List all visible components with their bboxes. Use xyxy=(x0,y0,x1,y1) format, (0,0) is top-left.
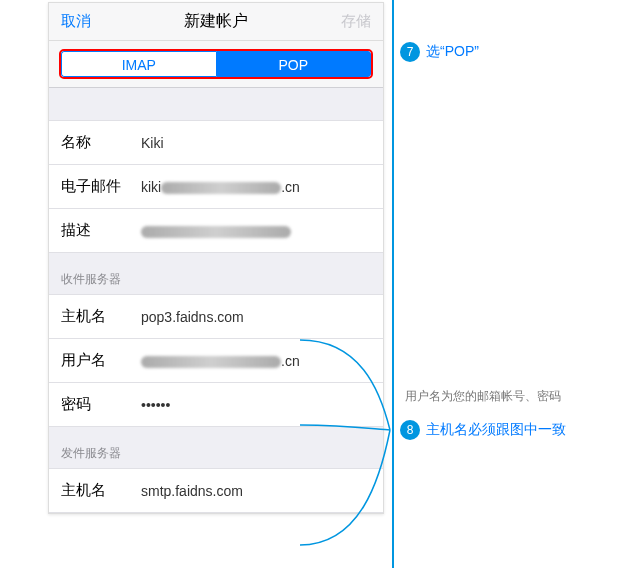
callout-bubble-7: 7 xyxy=(400,42,420,62)
name-label: 名称 xyxy=(61,133,141,152)
username-label: 用户名 xyxy=(61,351,141,370)
vertical-guide-line xyxy=(392,0,394,568)
nav-bar: 取消 新建帐户 存储 xyxy=(49,3,383,41)
segmented-wrap: IMAP POP xyxy=(49,41,383,88)
row-username[interactable]: 用户名 .cn xyxy=(49,338,383,382)
email-prefix: kiki xyxy=(141,179,161,195)
redaction-smudge xyxy=(161,182,281,194)
callout-text-8: 主机名必须跟图中一致 xyxy=(426,421,566,439)
email-value: kiki.cn xyxy=(141,179,371,195)
row-name[interactable]: 名称 Kiki xyxy=(49,120,383,164)
outgoing-group: 主机名 smtp.faidns.com xyxy=(49,468,383,513)
username-value: .cn xyxy=(141,353,371,369)
spacer xyxy=(49,88,383,120)
host-value: pop3.faidns.com xyxy=(141,309,371,325)
incoming-header: 收件服务器 xyxy=(49,253,383,294)
tab-imap[interactable]: IMAP xyxy=(61,51,216,77)
description-value xyxy=(141,223,371,239)
password-label: 密码 xyxy=(61,395,141,414)
row-incoming-host[interactable]: 主机名 pop3.faidns.com xyxy=(49,294,383,338)
description-label: 描述 xyxy=(61,221,141,240)
row-outgoing-host[interactable]: 主机名 smtp.faidns.com xyxy=(49,468,383,513)
redaction-smudge xyxy=(141,226,291,238)
host-label: 主机名 xyxy=(61,307,141,326)
row-password[interactable]: 密码 •••••• xyxy=(49,382,383,427)
username-hint: 用户名为您的邮箱帐号、密码 xyxy=(405,388,561,405)
account-info-group: 名称 Kiki 电子邮件 kiki.cn 描述 xyxy=(49,120,383,253)
out-host-value: smtp.faidns.com xyxy=(141,483,371,499)
email-suffix: .cn xyxy=(281,179,300,195)
redaction-smudge xyxy=(141,356,281,368)
outgoing-header: 发件服务器 xyxy=(49,427,383,468)
callout-bubble-8: 8 xyxy=(400,420,420,440)
segmented-control: IMAP POP xyxy=(59,49,373,79)
incoming-group: 主机名 pop3.faidns.com 用户名 .cn 密码 •••••• xyxy=(49,294,383,427)
tab-pop[interactable]: POP xyxy=(216,51,372,77)
row-email[interactable]: 电子邮件 kiki.cn xyxy=(49,164,383,208)
email-label: 电子邮件 xyxy=(61,177,141,196)
page-title: 新建帐户 xyxy=(184,11,248,32)
cancel-button[interactable]: 取消 xyxy=(61,12,91,31)
callout-7: 7 选“POP” xyxy=(400,42,479,62)
out-host-label: 主机名 xyxy=(61,481,141,500)
name-value: Kiki xyxy=(141,135,371,151)
password-value: •••••• xyxy=(141,397,371,413)
phone-screen: 取消 新建帐户 存储 IMAP POP 名称 Kiki 电子邮件 kiki.cn… xyxy=(48,2,384,514)
save-button[interactable]: 存储 xyxy=(341,12,371,31)
callout-8: 8 主机名必须跟图中一致 xyxy=(400,420,566,440)
username-suffix: .cn xyxy=(281,353,300,369)
row-description[interactable]: 描述 xyxy=(49,208,383,253)
callout-text-7: 选“POP” xyxy=(426,43,479,61)
